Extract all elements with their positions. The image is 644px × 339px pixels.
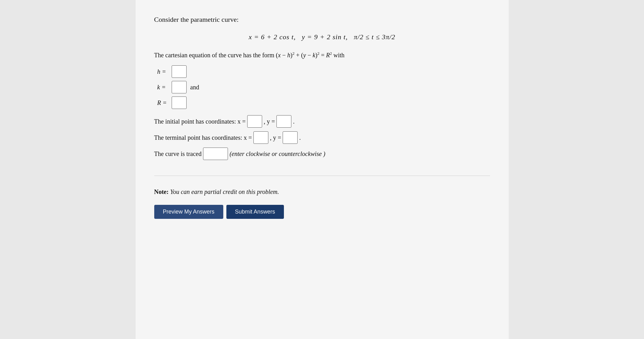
terminal-period: . <box>299 134 301 141</box>
k-label: k = <box>157 84 170 91</box>
cartesian-description: The cartesian equation of the curve has … <box>154 50 490 60</box>
terminal-label: The terminal point has coordinates: x = <box>154 134 252 141</box>
note-paragraph: Note: You can earn partial credit on thi… <box>154 188 490 195</box>
preview-button[interactable]: Preview My Answers <box>154 205 223 219</box>
cartesian-text-start: The cartesian equation of the curve has … <box>154 52 276 59</box>
and-text: and <box>190 84 199 91</box>
problem-section: Consider the parametric curve: x = 6 + 2… <box>154 16 490 176</box>
initial-label: The initial point has coordinates: x = <box>154 118 246 125</box>
note-body: You can earn partial credit on this prob… <box>169 188 279 195</box>
cartesian-text-end: with <box>332 52 345 59</box>
k-input[interactable] <box>172 81 187 93</box>
direction-input[interactable] <box>203 148 228 160</box>
h-label: h = <box>157 68 170 75</box>
problem-title: Consider the parametric curve: <box>154 16 490 24</box>
submit-button[interactable]: Submit Answers <box>226 205 284 219</box>
terminal-comma: , y = <box>270 134 281 141</box>
curve-traced-label: The curve is traced <box>154 150 202 158</box>
note-label: Note: <box>154 188 169 195</box>
R-label: R = <box>157 99 170 106</box>
h-input-row: h = <box>157 65 490 78</box>
initial-point-line: The initial point has coordinates: x = ,… <box>154 115 490 128</box>
page-container: Consider the parametric curve: x = 6 + 2… <box>136 0 509 339</box>
parametric-equation: x = 6 + 2 cos t, y = 9 + 2 sin t, π/2 ≤ … <box>249 33 396 41</box>
initial-y-input[interactable] <box>276 115 291 128</box>
cartesian-form: (x − h)2 + (y − k)2 = R2 <box>276 52 332 59</box>
initial-period: . <box>293 118 294 125</box>
curve-traced-line: The curve is traced (enter clockwise or … <box>154 148 490 160</box>
R-input-row: R = <box>157 97 490 109</box>
button-row: Preview My Answers Submit Answers <box>154 205 490 219</box>
R-input[interactable] <box>172 97 187 109</box>
hkR-inputs-block: h = k = and R = <box>157 65 490 109</box>
terminal-x-input[interactable] <box>253 131 268 144</box>
terminal-y-input[interactable] <box>283 131 298 144</box>
equation-display: x = 6 + 2 cos t, y = 9 + 2 sin t, π/2 ≤ … <box>154 33 490 41</box>
k-input-row: k = and <box>157 81 490 93</box>
curve-traced-hint: (enter clockwise or counterclockwise ) <box>229 150 325 158</box>
h-input[interactable] <box>172 65 187 78</box>
initial-comma: , y = <box>264 118 275 125</box>
note-section: Note: You can earn partial credit on thi… <box>154 176 490 219</box>
terminal-point-line: The terminal point has coordinates: x = … <box>154 131 490 144</box>
initial-x-input[interactable] <box>247 115 262 128</box>
